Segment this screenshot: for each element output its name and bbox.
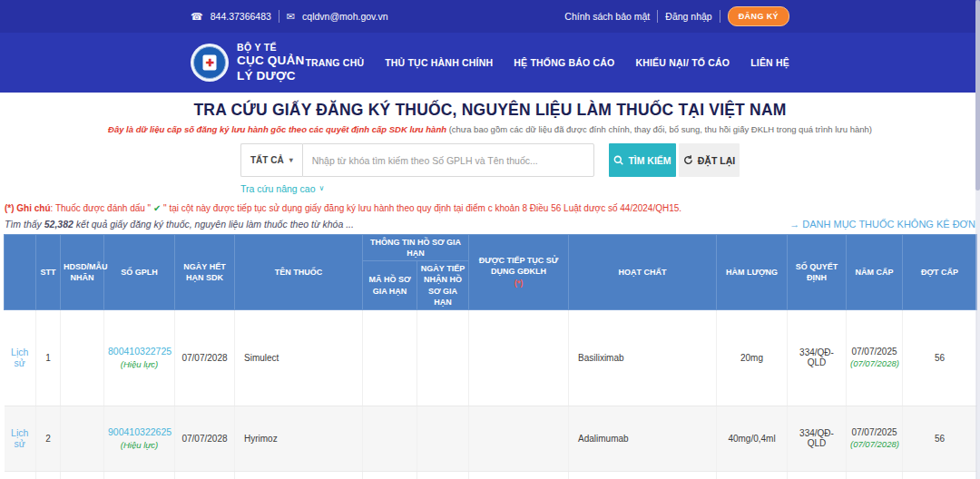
status-badge: (Hiệu lực): [108, 359, 171, 369]
nav-item-contact[interactable]: LIÊN HỆ: [750, 57, 789, 68]
mail-icon: ✉: [287, 11, 295, 23]
register-button[interactable]: ĐĂNG KÝ: [728, 6, 789, 26]
cell-decision: 334/QĐ-QLD: [788, 471, 847, 479]
table-row: Lịch sử 2 900410322625 (Hiệu lực) 07/07/…: [5, 406, 977, 471]
gplh-link[interactable]: 800410322725: [108, 346, 171, 357]
main-nav: TRANG CHỦ THỦ TỤC HÀNH CHÍNH HỆ THỐNG BÁ…: [305, 57, 789, 68]
col-header-history: [5, 235, 36, 310]
col-group-gia-han: THÔNG TIN HỒ SƠ GIA HẠN: [363, 235, 469, 261]
cell-so-gplh: 760410322525 (Hiệu lực): [104, 471, 175, 479]
col-header-ngay-tiep-nhan: NGÀY TIẾP NHẬN HỒ SƠ GIA HẠN: [417, 261, 469, 310]
refresh-icon: [683, 155, 693, 165]
cell-hdsd: [61, 309, 104, 406]
cell-duoc-tiep-tuc: [469, 406, 569, 471]
table-row: Lịch sử 3 760410322525 (Hiệu lực) 07/07/…: [5, 471, 977, 479]
cell-batch: 56: [903, 309, 977, 406]
cell-stt: 2: [36, 406, 61, 471]
col-header-dot-cap: ĐỢT CẤP: [903, 235, 977, 310]
col-header-ma-ho-so: MÃ HỒ SƠ GIA HẠN: [363, 261, 417, 310]
nav-item-home[interactable]: TRANG CHỦ: [305, 57, 364, 68]
cell-batch: 56: [903, 406, 977, 471]
cell-ngay-tiep-nhan: [417, 406, 469, 471]
cell-grant-year: 07/07/2025 (07/07/2028): [847, 309, 903, 406]
cell-drug-name: Simulect: [235, 309, 363, 406]
subtitle-red-text: Đây là dữ liệu cấp số đăng ký lưu hành g…: [108, 124, 446, 134]
status-badge: (Hiệu lực): [108, 440, 171, 450]
col-header-so-gplh: SỐ GPLH: [104, 235, 175, 310]
col-header-nam-cap: NĂM CẤP: [847, 235, 903, 310]
history-link[interactable]: Lịch sử: [11, 347, 28, 368]
privacy-policy-link[interactable]: Chính sách bảo mật: [564, 11, 650, 22]
cell-active-ingredient: Adalimumab: [569, 406, 717, 471]
advanced-search-link[interactable]: Tra cứu nâng cao ∨: [240, 183, 324, 194]
results-table: STT HDSD/MẪU NHÃN SỐ GPLH NGÀY HẾT HẠN S…: [4, 234, 976, 479]
cell-so-gplh: 800410322725 (Hiệu lực): [104, 309, 175, 406]
nav-item-procedures[interactable]: THỦ TỤC HÀNH CHÍNH: [385, 57, 493, 68]
cell-strength: 40mg/0,4ml: [717, 406, 788, 471]
col-header-ham-luong: HÀM LƯỢNG: [717, 235, 788, 310]
col-header-ten-thuoc: TÊN THUỐC: [235, 235, 363, 310]
main-header: ✚ BỘ Y TẾ CỤC QUẢN LÝ DƯỢC TRANG CHỦ THỦ…: [0, 33, 980, 93]
cell-ngay-tiep-nhan: [417, 309, 469, 406]
cell-ma-ho-so: [363, 406, 417, 471]
vertical-scrollbar[interactable]: [975, 0, 980, 479]
cell-ma-ho-so: [363, 309, 417, 406]
cell-stt: 3: [36, 471, 61, 479]
cell-duoc-tiep-tuc: [469, 471, 569, 479]
cell-hdsd: [61, 471, 104, 479]
history-link[interactable]: Lịch sử: [11, 427, 28, 449]
subtitle-gray-text: (chưa bao gồm các dữ liệu đã được đính c…: [449, 124, 872, 134]
nav-item-reports[interactable]: HỆ THỐNG BÁO CÁO: [514, 57, 614, 68]
moh-logo-icon: ✚: [191, 44, 229, 82]
col-header-stt: STT: [36, 235, 61, 310]
scrollbar-thumb[interactable]: [975, 0, 980, 191]
cell-grant-year: 07/07/2025 (07/07/2028): [847, 471, 903, 479]
cell-duoc-tiep-tuc: [469, 309, 569, 406]
cell-ngay-tiep-nhan: [417, 471, 469, 479]
required-star: (*): [472, 278, 565, 288]
cell-decision: 334/QĐ-QLD: [788, 406, 847, 471]
page-title: TRA CỨU GIẤY ĐĂNG KÝ THUỐC, NGUYÊN LIỆU …: [0, 101, 980, 120]
search-button[interactable]: TÌM KIẾM: [609, 143, 676, 177]
email-link[interactable]: cqldvn@moh.gov.vn: [302, 11, 388, 22]
cell-active-ingredient: Polatuzumab vedotin: [569, 471, 717, 479]
search-icon: [613, 155, 623, 165]
cell-ma-ho-so: [363, 471, 417, 479]
col-header-ngay-het-han: NGÀY HẾT HẠN SDK: [175, 235, 235, 310]
search-filter-select[interactable]: TẤT CẢ ▾: [240, 143, 302, 177]
col-header-duoc-tiep-tuc: ĐƯỢC TIẾP TỤC SỬ DỤNG GĐKLH (*): [469, 235, 569, 310]
cell-decision: 334/QĐ-QLD: [788, 309, 847, 406]
cell-so-gplh: 900410322625 (Hiệu lực): [104, 406, 175, 471]
cell-active-ingredient: Basiliximab: [569, 309, 717, 406]
cell-expiry: 07/07/2028: [175, 471, 235, 479]
gplh-link[interactable]: 900410322625: [108, 426, 171, 437]
chevron-down-icon: ∨: [319, 185, 325, 192]
nav-item-complaints[interactable]: KHIẾU NẠI/ TỐ CÁO: [635, 57, 730, 68]
col-header-so-quyet-dinh: SỐ QUYẾT ĐỊNH: [788, 235, 847, 310]
divider: [279, 10, 279, 23]
cell-grant-year: 07/07/2025 (07/07/2028): [847, 406, 903, 471]
results-summary: Tìm thấy 52,382 kết quả giấy đăng ký thu…: [5, 219, 354, 230]
grant-expiry-note: (07/07/2028): [850, 358, 898, 368]
arrow-right-icon: →: [789, 219, 799, 230]
divider: [657, 10, 658, 23]
page-subtitle: Đây là dữ liệu cấp số đăng ký lưu hành g…: [0, 124, 980, 134]
org-name-line2: CỤC QUẢN LÝ DƯỢC: [237, 54, 305, 84]
cell-strength: 20mg: [717, 309, 788, 406]
login-link[interactable]: Đăng nhập: [665, 11, 711, 22]
topbar: ☎ 844.37366483 ✉ cqldvn@moh.gov.vn Chính…: [0, 0, 980, 33]
reset-button[interactable]: ĐẶT LẠI: [679, 143, 740, 177]
cell-hdsd: [61, 406, 104, 471]
footnote: (*) Ghi chú: Thuốc được đánh dấu " ✔ " t…: [0, 203, 980, 213]
search-input[interactable]: [302, 143, 594, 177]
cell-batch: 56: [903, 471, 977, 479]
filter-selected-value: TẤT CẢ: [250, 155, 284, 165]
caret-down-icon: ▾: [289, 156, 293, 164]
otc-list-link[interactable]: → DANH MỤC THUỐC KHÔNG KÊ ĐƠN: [789, 219, 975, 230]
phone-link[interactable]: 844.37366483: [211, 11, 271, 22]
grant-expiry-note: (07/07/2028): [850, 439, 898, 449]
cell-drug-name: Hyrimoz: [235, 406, 363, 471]
brand[interactable]: ✚ BỘ Y TẾ CỤC QUẢN LÝ DƯỢC: [191, 42, 305, 84]
cell-expiry: 07/07/2028: [175, 406, 235, 471]
org-name-line1: BỘ Y TẾ: [237, 42, 305, 54]
